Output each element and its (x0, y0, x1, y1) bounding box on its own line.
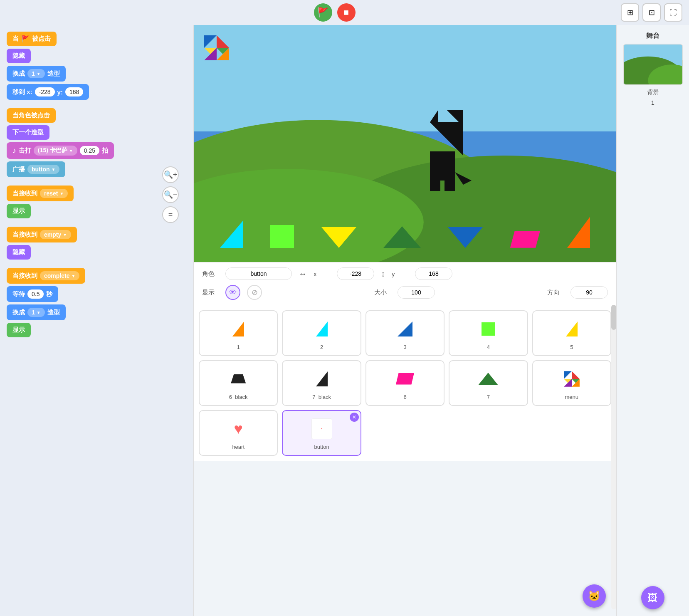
stop-icon: ■ (343, 7, 349, 18)
button-dot: • (321, 426, 323, 431)
receive-dropdown-reset[interactable]: reset (40, 189, 68, 198)
sprite-img-4 (476, 317, 501, 341)
block-text: 秒 (46, 290, 52, 298)
play-drum-block[interactable]: ♪ 击打 (15) 卡巴萨 0.25 拍 (7, 142, 114, 159)
sprite-img-7 (476, 366, 501, 391)
direction-input[interactable] (570, 286, 608, 299)
zoom-in-button[interactable]: 🔍+ (162, 166, 179, 183)
right-panel: 舞台 背景 1 🖼 (616, 25, 689, 616)
sprite-thumb-6[interactable]: 6 (365, 360, 445, 406)
layout-btn-2[interactable]: ⊡ (642, 3, 661, 22)
sprite-thumb-1[interactable]: 1 (199, 310, 278, 356)
show-block-1[interactable]: 显示 (7, 204, 31, 218)
add-sprite-button[interactable]: 🐱 (583, 584, 606, 608)
sprite-img-heart: ♥ (226, 416, 251, 441)
beats-input[interactable]: 0.25 (80, 146, 99, 155)
when-receive-empty-block[interactable]: 当接收到 empty (7, 227, 77, 242)
x-value-input[interactable] (337, 267, 374, 280)
sprite-thumb-2[interactable]: 2 (282, 310, 361, 356)
sprite-control-row: 角色 ↔ x ↕ y (202, 267, 608, 280)
stop-button[interactable]: ■ (337, 3, 356, 22)
sprite-img-7black (309, 366, 334, 391)
main-layout: 当 🚩 被点击 隐藏 换成 1 造型 移到 x: -228 y: 168 当角 (0, 25, 689, 616)
receive-dropdown-complete[interactable]: complete (40, 271, 79, 280)
costume-dropdown-1[interactable]: 1 (27, 69, 45, 78)
sprite-thumb-button[interactable]: ✕ • button (282, 410, 361, 456)
next-costume-block[interactable]: 下一个造型 (7, 125, 49, 140)
sprites-scrollbar[interactable] (611, 305, 616, 609)
hide-block-2[interactable]: 隐藏 (7, 245, 31, 260)
add-backdrop-button[interactable]: 🖼 (641, 586, 664, 609)
layout-icon-1: ⊞ (627, 8, 633, 17)
block-text: 广播 (12, 166, 25, 173)
block-label: 隐藏 (12, 248, 25, 256)
sprite-label-heart: heart (232, 444, 244, 450)
sprite-thumb-7[interactable]: 7 (449, 360, 528, 406)
sprite-label-4: 4 (487, 344, 490, 350)
flag-icon: 🚩 (317, 7, 328, 18)
costume-dropdown-2[interactable]: 1 (27, 308, 45, 317)
broadcast-block[interactable]: 广播 button (7, 161, 65, 177)
broadcast-dropdown[interactable]: button (27, 165, 59, 174)
shape-green-rect (270, 225, 294, 248)
svg-marker-12 (430, 122, 463, 156)
cat-icon: 🐱 (588, 590, 600, 602)
svg-marker-14 (455, 172, 472, 185)
scrollbar-handle[interactable] (611, 305, 616, 330)
stage-thumbnail[interactable] (623, 44, 683, 85)
size-input[interactable] (398, 286, 435, 299)
when-receive-complete-block[interactable]: 当接收到 complete (7, 268, 85, 284)
sprite-thumb-6black[interactable]: 6_black (199, 360, 278, 406)
sprite-thumb-7black[interactable]: 7_black (282, 360, 361, 406)
sprites-grid: 1 2 3 (199, 310, 611, 456)
zoom-out-button[interactable]: 🔍− (162, 186, 179, 203)
when-receive-reset-block[interactable]: 当接收到 reset (7, 186, 74, 201)
fullscreen-button[interactable]: ⛶ (664, 3, 682, 22)
layout-btn-1[interactable]: ⊞ (621, 3, 639, 22)
backdrop-fab-icon: 🖼 (648, 592, 658, 604)
show-block-2[interactable]: 显示 (7, 323, 31, 337)
y-value-input[interactable] (415, 267, 452, 280)
receive-dropdown-empty[interactable]: empty (40, 230, 71, 239)
costume-block-2[interactable]: 换成 1 造型 (7, 304, 66, 320)
block-group-5: 当接收到 complete 等待 0.5 秒 换成 1 造型 显示 (7, 268, 187, 337)
show-label: 显示 (202, 289, 219, 297)
when-flag-clicked-block[interactable]: 当 🚩 被点击 (7, 32, 57, 46)
top-bar-right: ⊞ ⊡ ⛶ (621, 3, 682, 22)
sprite-img-5 (559, 317, 584, 341)
when-sprite-clicked-block[interactable]: 当角色被点击 (7, 108, 56, 123)
delete-badge-button[interactable]: ✕ (350, 413, 359, 422)
tangram-logo (202, 33, 231, 64)
y-input[interactable]: 168 (65, 87, 83, 96)
block-text: 换成 (12, 309, 25, 317)
green-flag-button[interactable]: 🚩 (314, 3, 332, 22)
zoom-reset-button[interactable]: = (162, 206, 179, 223)
show-button[interactable]: 👁 (225, 285, 240, 300)
hide-button[interactable]: ⊘ (247, 285, 262, 300)
hide-block-1[interactable]: 隐藏 (7, 49, 31, 63)
sprite-thumb-5[interactable]: 5 (532, 310, 611, 356)
sprite-thumb-menu[interactable]: menu (532, 360, 611, 406)
sprite-img-6black (226, 366, 251, 391)
layout-icon-2: ⊡ (649, 8, 655, 17)
sprite-img-3 (393, 317, 417, 341)
sprite-label-1: 1 (237, 344, 240, 350)
block-label: 隐藏 (12, 52, 25, 60)
x-input[interactable]: -228 (35, 87, 55, 96)
wait-input[interactable]: 0.5 (27, 289, 44, 299)
block-text: 等待 (12, 290, 25, 298)
sprite-thumb-4[interactable]: 4 (449, 310, 528, 356)
sprite-label-menu: menu (565, 394, 579, 400)
drum-dropdown[interactable]: (15) 卡巴萨 (34, 146, 77, 156)
shape-pink-para (510, 231, 540, 248)
block-label: 显示 (12, 326, 25, 334)
sprite-thumb-heart[interactable]: ♥ heart (199, 410, 278, 456)
shape-cyan-tri (220, 221, 243, 248)
wait-block[interactable]: 等待 0.5 秒 (7, 286, 58, 302)
goto-block[interactable]: 移到 x: -228 y: 168 (7, 84, 89, 100)
shape-orange-tri (567, 217, 590, 248)
costume-block-1[interactable]: 换成 1 造型 (7, 66, 66, 82)
sprite-thumb-3[interactable]: 3 (365, 310, 445, 356)
sprite-name-input[interactable] (225, 267, 292, 280)
sprite-label-7black: 7_black (312, 394, 331, 400)
